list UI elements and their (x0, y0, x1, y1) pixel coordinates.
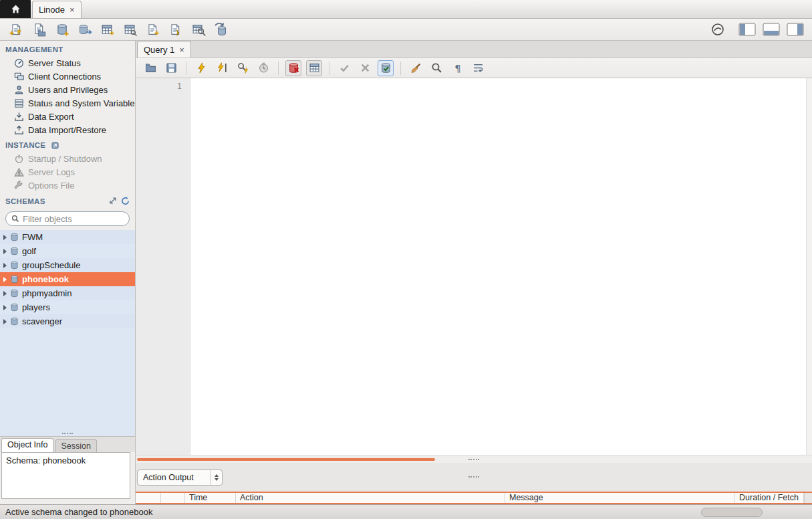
chevron-right-icon[interactable] (3, 249, 7, 254)
sidebar-item-label: Data Import/Restore (28, 125, 106, 135)
new-sql-tab-icon[interactable] (7, 21, 27, 39)
schema-inspector-icon[interactable] (188, 21, 209, 39)
save-script-icon[interactable] (163, 60, 179, 76)
close-icon[interactable]: × (179, 45, 184, 54)
action-output-header-row: Time Action Message Duration / Fetch (136, 492, 812, 504)
toggle-autocommit-icon[interactable] (378, 60, 394, 76)
open-table-icon[interactable] (75, 21, 95, 39)
sidebar-item-data-import[interactable]: Data Import/Restore (0, 123, 135, 136)
toggle-right-sidebar-icon[interactable] (785, 21, 805, 39)
dropdown-stepper[interactable] (211, 470, 222, 485)
sql-editor[interactable]: 1 (136, 78, 812, 455)
toggle-output-area-icon[interactable] (761, 21, 781, 39)
schema-name: FWM (22, 232, 43, 242)
line-number-gutter: 1 (136, 78, 190, 455)
open-script-icon[interactable] (142, 60, 158, 76)
open-sql-script-icon[interactable] (29, 21, 49, 39)
sidebar-item-label: Status and System Variables (28, 98, 135, 108)
horizontal-scrollbar-thumb[interactable] (137, 458, 435, 461)
commit-icon[interactable] (336, 60, 352, 76)
vertical-scrollbar[interactable] (806, 78, 812, 455)
execute-icon[interactable] (193, 60, 209, 76)
schema-icon (10, 289, 19, 298)
beautify-icon[interactable] (408, 60, 424, 76)
output-scrollbar[interactable] (804, 493, 812, 503)
query-tab-label: Query 1 (144, 45, 174, 55)
chevron-right-icon[interactable] (3, 291, 7, 296)
stop-query-icon[interactable] (255, 60, 271, 76)
output-type-dropdown[interactable]: Action Output (137, 470, 223, 486)
sidebar-item-status-system-variables[interactable]: Status and System Variables (0, 96, 135, 110)
schema-name: golf (22, 246, 36, 256)
statusbar: Active schema changed to phonebook (0, 504, 812, 519)
sidebar-item-client-connections[interactable]: Client Connections (0, 70, 135, 83)
schema-row-players[interactable]: players (0, 300, 135, 314)
new-procedure-icon[interactable] (143, 21, 163, 39)
schema-row-groupschedule[interactable]: groupSchedule (0, 258, 135, 272)
expand-icon[interactable] (109, 197, 117, 205)
schema-filter[interactable] (5, 211, 130, 226)
column-time[interactable]: Time (185, 493, 236, 503)
chevron-right-icon[interactable] (3, 235, 7, 240)
chevron-right-icon[interactable] (3, 277, 7, 282)
sidebar-item-server-logs[interactable]: Server Logs (0, 165, 135, 179)
sidebar-item-server-status[interactable]: Server Status (0, 56, 135, 70)
tab-object-info[interactable]: Object Info (1, 438, 53, 452)
warning-icon (13, 167, 24, 177)
column-action[interactable]: Action (236, 493, 505, 503)
sidebar-item-label: Options File (28, 181, 74, 191)
column-status-icon[interactable] (136, 493, 161, 503)
reconnect-db-icon[interactable] (211, 21, 231, 39)
explain-icon[interactable] (235, 60, 251, 76)
refresh-icon[interactable] (121, 197, 130, 205)
invisible-characters-icon[interactable]: ¶ (449, 60, 465, 76)
chevron-right-icon[interactable] (3, 263, 7, 268)
sidebar-item-options-file[interactable]: Options File (0, 179, 135, 192)
new-schema-icon[interactable] (52, 21, 72, 39)
connections-icon (13, 71, 24, 82)
find-icon[interactable] (428, 60, 444, 76)
sidebar-item-label: Users and Privileges (28, 85, 108, 95)
sidebar-item-startup-shutdown[interactable]: Startup / Shutdown (0, 152, 135, 165)
column-duration[interactable]: Duration / Fetch (735, 493, 804, 503)
sidebar-item-users-privileges[interactable]: Users and Privileges (0, 83, 135, 96)
toggle-stop-on-error-icon[interactable] (285, 60, 301, 76)
toggle-left-sidebar-icon[interactable] (737, 21, 757, 39)
close-icon[interactable]: × (70, 5, 75, 14)
sidebar-item-data-export[interactable]: Data Export (0, 110, 135, 123)
limit-rows-icon[interactable] (306, 60, 322, 76)
tab-query-1[interactable]: Query 1 × (137, 41, 191, 58)
wrap-text-icon[interactable] (470, 60, 486, 76)
schema-icon (10, 317, 19, 326)
schema-row-golf[interactable]: golf (0, 244, 135, 258)
connection-tab-linode[interactable]: Linode × (32, 1, 82, 18)
home-tab[interactable] (0, 0, 31, 18)
sidebar-item-label: Data Export (28, 112, 74, 122)
query-tabbar: Query 1 × (136, 41, 812, 58)
column-index[interactable] (161, 493, 185, 503)
column-message[interactable]: Message (505, 493, 735, 503)
new-view-icon[interactable] (120, 21, 140, 39)
splitter-grip[interactable] (62, 433, 73, 434)
sql-editor-toolbar: ¶ (136, 58, 812, 78)
chevron-right-icon[interactable] (3, 319, 7, 324)
tab-session[interactable]: Session (55, 439, 96, 452)
new-table-icon[interactable] (98, 21, 118, 39)
chevron-right-icon[interactable] (3, 305, 7, 310)
schema-row-scavenger[interactable]: scavenger (0, 314, 135, 328)
gauge-icon (13, 58, 24, 68)
splitter-grip[interactable] (468, 459, 479, 460)
new-function-icon[interactable] (166, 21, 186, 39)
schema-row-phonebook[interactable]: phonebook (0, 272, 135, 286)
schema-filter-input[interactable] (23, 214, 116, 224)
execute-current-statement-icon[interactable] (214, 60, 230, 76)
schema-row-phpmyadmin[interactable]: phpmyadmin (0, 286, 135, 300)
splitter-grip[interactable] (468, 476, 479, 478)
schema-row-fwm[interactable]: FWM (0, 230, 135, 244)
status-message: Active schema changed to phonebook (5, 507, 152, 517)
code-area[interactable] (190, 78, 806, 455)
rollback-icon[interactable] (357, 60, 373, 76)
editor-output-splitter[interactable] (136, 455, 812, 463)
sidebar-item-label: Client Connections (28, 72, 101, 82)
sidebar-item-label: Server Logs (28, 167, 75, 177)
